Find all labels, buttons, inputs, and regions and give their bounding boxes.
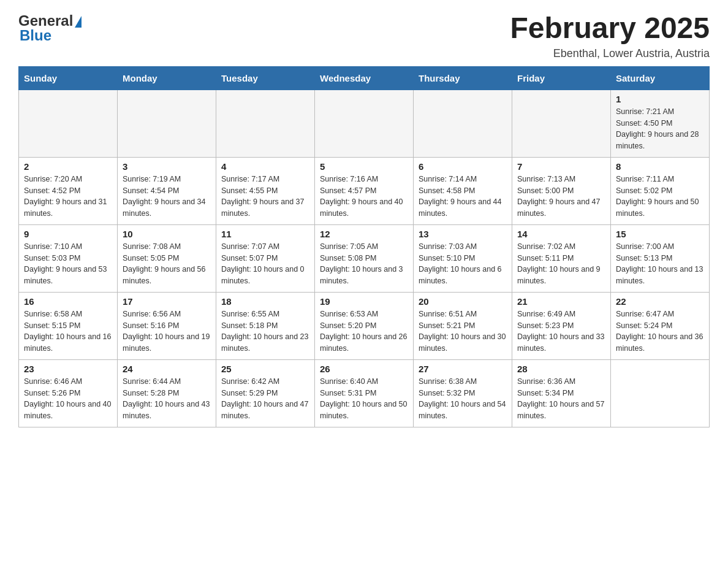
day-info: Sunrise: 6:40 AMSunset: 5:31 PMDaylight:… bbox=[320, 376, 408, 422]
day-info: Sunrise: 7:16 AMSunset: 4:57 PMDaylight:… bbox=[320, 174, 408, 220]
day-number: 6 bbox=[419, 161, 507, 172]
day-number: 26 bbox=[320, 364, 408, 374]
day-number: 3 bbox=[123, 161, 211, 172]
col-header-wednesday: Wednesday bbox=[315, 66, 414, 90]
day-number: 16 bbox=[24, 296, 112, 307]
title-area: February 2025 Ebenthal, Lower Austria, A… bbox=[510, 12, 710, 60]
calendar-cell: 4Sunrise: 7:17 AMSunset: 4:55 PMDaylight… bbox=[216, 157, 315, 224]
day-number: 11 bbox=[221, 229, 309, 239]
col-header-thursday: Thursday bbox=[414, 66, 512, 90]
calendar-cell: 14Sunrise: 7:02 AMSunset: 5:11 PMDayligh… bbox=[512, 224, 611, 292]
day-info: Sunrise: 6:38 AMSunset: 5:32 PMDaylight:… bbox=[419, 376, 507, 422]
calendar-cell: 1Sunrise: 7:21 AMSunset: 4:50 PMDaylight… bbox=[611, 90, 710, 157]
logo-triangle-icon bbox=[75, 16, 82, 28]
location: Ebenthal, Lower Austria, Austria bbox=[510, 47, 710, 60]
day-info: Sunrise: 7:13 AMSunset: 5:00 PMDaylight:… bbox=[517, 174, 605, 220]
calendar-cell: 8Sunrise: 7:11 AMSunset: 5:02 PMDaylight… bbox=[611, 157, 710, 224]
day-info: Sunrise: 6:51 AMSunset: 5:21 PMDaylight:… bbox=[419, 308, 507, 354]
day-info: Sunrise: 6:56 AMSunset: 5:16 PMDaylight:… bbox=[123, 308, 211, 354]
calendar-cell: 23Sunrise: 6:46 AMSunset: 5:26 PMDayligh… bbox=[19, 359, 118, 427]
day-number: 17 bbox=[123, 296, 211, 307]
day-number: 28 bbox=[517, 364, 605, 374]
day-info: Sunrise: 7:20 AMSunset: 4:52 PMDaylight:… bbox=[24, 174, 112, 220]
calendar-cell: 11Sunrise: 7:07 AMSunset: 5:07 PMDayligh… bbox=[216, 224, 315, 292]
day-info: Sunrise: 7:11 AMSunset: 5:02 PMDaylight:… bbox=[616, 174, 704, 220]
day-number: 20 bbox=[419, 296, 507, 307]
col-header-sunday: Sunday bbox=[19, 66, 118, 90]
day-number: 10 bbox=[123, 229, 211, 239]
day-info: Sunrise: 7:05 AMSunset: 5:08 PMDaylight:… bbox=[320, 241, 408, 287]
day-info: Sunrise: 6:36 AMSunset: 5:34 PMDaylight:… bbox=[517, 376, 605, 422]
day-number: 9 bbox=[24, 229, 112, 239]
calendar-cell: 13Sunrise: 7:03 AMSunset: 5:10 PMDayligh… bbox=[414, 224, 512, 292]
day-info: Sunrise: 7:21 AMSunset: 4:50 PMDaylight:… bbox=[616, 106, 704, 152]
day-info: Sunrise: 6:55 AMSunset: 5:18 PMDaylight:… bbox=[221, 308, 309, 354]
day-number: 19 bbox=[320, 296, 408, 307]
calendar-cell bbox=[414, 90, 512, 157]
day-number: 4 bbox=[221, 161, 309, 172]
col-header-tuesday: Tuesday bbox=[216, 66, 315, 90]
calendar-week-3: 16Sunrise: 6:58 AMSunset: 5:15 PMDayligh… bbox=[19, 292, 710, 359]
day-number: 12 bbox=[320, 229, 408, 239]
calendar-week-4: 23Sunrise: 6:46 AMSunset: 5:26 PMDayligh… bbox=[19, 359, 710, 427]
logo: General Blue bbox=[18, 12, 82, 44]
calendar-cell: 19Sunrise: 6:53 AMSunset: 5:20 PMDayligh… bbox=[315, 292, 414, 359]
col-header-saturday: Saturday bbox=[611, 66, 710, 90]
calendar-cell bbox=[512, 90, 611, 157]
day-info: Sunrise: 7:17 AMSunset: 4:55 PMDaylight:… bbox=[221, 174, 309, 220]
month-title: February 2025 bbox=[510, 12, 710, 45]
day-info: Sunrise: 6:47 AMSunset: 5:24 PMDaylight:… bbox=[616, 308, 704, 354]
calendar-cell: 26Sunrise: 6:40 AMSunset: 5:31 PMDayligh… bbox=[315, 359, 414, 427]
day-info: Sunrise: 6:42 AMSunset: 5:29 PMDaylight:… bbox=[221, 376, 309, 422]
calendar-week-2: 9Sunrise: 7:10 AMSunset: 5:03 PMDaylight… bbox=[19, 224, 710, 292]
calendar-cell: 3Sunrise: 7:19 AMSunset: 4:54 PMDaylight… bbox=[118, 157, 216, 224]
day-info: Sunrise: 7:07 AMSunset: 5:07 PMDaylight:… bbox=[221, 241, 309, 287]
day-number: 13 bbox=[419, 229, 507, 239]
day-number: 24 bbox=[123, 364, 211, 374]
calendar-cell: 27Sunrise: 6:38 AMSunset: 5:32 PMDayligh… bbox=[414, 359, 512, 427]
day-number: 27 bbox=[419, 364, 507, 374]
calendar-cell bbox=[118, 90, 216, 157]
calendar-cell: 5Sunrise: 7:16 AMSunset: 4:57 PMDaylight… bbox=[315, 157, 414, 224]
calendar-cell: 12Sunrise: 7:05 AMSunset: 5:08 PMDayligh… bbox=[315, 224, 414, 292]
calendar-cell: 2Sunrise: 7:20 AMSunset: 4:52 PMDaylight… bbox=[19, 157, 118, 224]
day-info: Sunrise: 6:58 AMSunset: 5:15 PMDaylight:… bbox=[24, 308, 112, 354]
calendar-cell: 9Sunrise: 7:10 AMSunset: 5:03 PMDaylight… bbox=[19, 224, 118, 292]
calendar-cell: 24Sunrise: 6:44 AMSunset: 5:28 PMDayligh… bbox=[118, 359, 216, 427]
calendar-week-0: 1Sunrise: 7:21 AMSunset: 4:50 PMDaylight… bbox=[19, 90, 710, 157]
day-number: 18 bbox=[221, 296, 309, 307]
day-number: 14 bbox=[517, 229, 605, 239]
calendar-cell bbox=[611, 359, 710, 427]
calendar-cell: 6Sunrise: 7:14 AMSunset: 4:58 PMDaylight… bbox=[414, 157, 512, 224]
day-info: Sunrise: 6:44 AMSunset: 5:28 PMDaylight:… bbox=[123, 376, 211, 422]
day-number: 7 bbox=[517, 161, 605, 172]
calendar-cell: 18Sunrise: 6:55 AMSunset: 5:18 PMDayligh… bbox=[216, 292, 315, 359]
calendar-cell: 21Sunrise: 6:49 AMSunset: 5:23 PMDayligh… bbox=[512, 292, 611, 359]
col-header-monday: Monday bbox=[118, 66, 216, 90]
calendar-week-1: 2Sunrise: 7:20 AMSunset: 4:52 PMDaylight… bbox=[19, 157, 710, 224]
day-number: 23 bbox=[24, 364, 112, 374]
calendar-cell: 22Sunrise: 6:47 AMSunset: 5:24 PMDayligh… bbox=[611, 292, 710, 359]
calendar-cell bbox=[19, 90, 118, 157]
calendar-cell: 17Sunrise: 6:56 AMSunset: 5:16 PMDayligh… bbox=[118, 292, 216, 359]
calendar-cell bbox=[216, 90, 315, 157]
day-info: Sunrise: 7:00 AMSunset: 5:13 PMDaylight:… bbox=[616, 241, 704, 287]
calendar-table: SundayMondayTuesdayWednesdayThursdayFrid… bbox=[18, 66, 710, 427]
calendar-cell: 20Sunrise: 6:51 AMSunset: 5:21 PMDayligh… bbox=[414, 292, 512, 359]
day-number: 5 bbox=[320, 161, 408, 172]
calendar-cell bbox=[315, 90, 414, 157]
col-header-friday: Friday bbox=[512, 66, 611, 90]
day-number: 15 bbox=[616, 229, 704, 239]
day-info: Sunrise: 7:03 AMSunset: 5:10 PMDaylight:… bbox=[419, 241, 507, 287]
day-number: 2 bbox=[24, 161, 112, 172]
day-number: 21 bbox=[517, 296, 605, 307]
calendar-cell: 16Sunrise: 6:58 AMSunset: 5:15 PMDayligh… bbox=[19, 292, 118, 359]
calendar-cell: 15Sunrise: 7:00 AMSunset: 5:13 PMDayligh… bbox=[611, 224, 710, 292]
day-info: Sunrise: 7:02 AMSunset: 5:11 PMDaylight:… bbox=[517, 241, 605, 287]
day-number: 1 bbox=[616, 94, 704, 104]
day-number: 25 bbox=[221, 364, 309, 374]
day-info: Sunrise: 6:53 AMSunset: 5:20 PMDaylight:… bbox=[320, 308, 408, 354]
page-header: General Blue February 2025 Ebenthal, Low… bbox=[18, 12, 710, 60]
day-info: Sunrise: 7:14 AMSunset: 4:58 PMDaylight:… bbox=[419, 174, 507, 220]
calendar-cell: 7Sunrise: 7:13 AMSunset: 5:00 PMDaylight… bbox=[512, 157, 611, 224]
